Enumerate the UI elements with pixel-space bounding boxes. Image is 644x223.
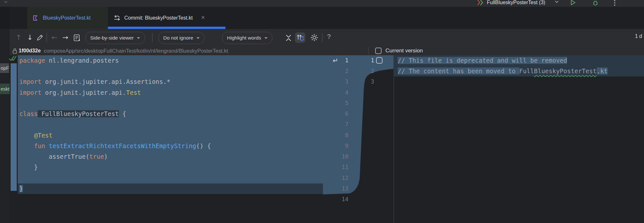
code-token: @Test — [19, 132, 52, 139]
sync-scroll-toggle[interactable] — [295, 32, 305, 43]
code-token: import — [19, 89, 42, 96]
chevron-down-icon[interactable] — [554, 0, 559, 4]
toolbar-separator — [46, 33, 47, 42]
code-token: org.junit.jupiter.api.Assertions.* — [42, 78, 170, 85]
line-number: 13 — [321, 183, 348, 194]
ide-window: FullBlueskyPosterTest (3) opF eskt — [0, 0, 644, 223]
revision-hash: 1f00d32e — [19, 48, 41, 54]
close-icon[interactable]: × — [201, 14, 205, 21]
diff-icon — [113, 14, 121, 22]
code-line — [18, 119, 323, 130]
change-marker-strip[interactable] — [11, 63, 17, 191]
file-path: composeApp/src/desktopFullChainTest/kotl… — [44, 48, 228, 54]
line-number: 7 — [321, 119, 348, 130]
code-line: assertTrue(true) — [18, 151, 323, 162]
run-button[interactable] — [569, 0, 576, 6]
whitespace-ignore-label: Do not ignore — [163, 35, 193, 41]
viewer-mode-label: Side-by-side viewer — [90, 35, 134, 41]
tab-file[interactable]: BlueskyPosterTest.kt — [27, 7, 108, 29]
previous-change-icon[interactable]: ↑ — [14, 33, 23, 42]
line-number: 4 — [321, 87, 348, 98]
next-change-icon[interactable]: ↓ — [26, 33, 34, 42]
code-token: } — [19, 164, 38, 171]
current-version-label: Current version — [385, 48, 423, 54]
code-line: package nl.lengrand.posters — [18, 55, 323, 66]
back-icon[interactable]: ← — [50, 33, 59, 42]
line-number: 11 — [321, 162, 348, 173]
code-line: } — [18, 183, 323, 194]
collapse-unchanged-icon[interactable] — [284, 33, 293, 43]
clipped-tab-fragment: opF — [0, 63, 9, 73]
code-token: true — [89, 153, 104, 160]
edit-source-icon[interactable] — [36, 34, 44, 41]
code-token: BlueskyPosterTest — [534, 67, 596, 75]
diff-view-mode-icon[interactable] — [73, 34, 81, 42]
clipped-tab-fragment: eskt — [0, 84, 10, 94]
highlight-mode-label: Highlight words — [227, 35, 261, 41]
line-number: 1 — [365, 55, 374, 66]
code-token: nl.lengrand.posters — [45, 57, 119, 64]
line-number: 2 — [321, 66, 348, 76]
code-token: .kt — [597, 67, 608, 75]
line-number: 3 — [321, 76, 348, 87]
code-line — [18, 98, 323, 109]
code-token: class — [19, 110, 38, 117]
header-divider — [368, 47, 369, 54]
line-number: 9 — [321, 141, 348, 151]
help-icon[interactable]: ? — [327, 33, 331, 40]
viewer-mode-select[interactable]: Side-by-side viewer — [85, 32, 145, 44]
chevron-down-icon — [137, 37, 140, 39]
code-token: () { — [196, 142, 211, 149]
left-code-pane[interactable]: package nl.lengrand.postersimport org.ju… — [18, 55, 323, 194]
current-version-checkbox[interactable] — [375, 48, 382, 54]
code-line: @Test — [18, 130, 323, 141]
code-line: fun testExtractRichtextFacetsWithEmptySt… — [18, 141, 323, 151]
debug-button[interactable] — [592, 0, 599, 6]
forward-icon[interactable]: → — [61, 33, 70, 42]
change-navigation-icon[interactable] — [332, 58, 338, 64]
lock-icon — [12, 48, 17, 54]
line-number: 3 — [365, 76, 374, 87]
highlight-mode-select[interactable]: Highlight words — [222, 32, 272, 44]
right-code-pane[interactable]: // This file is deprecated and will be r… — [394, 55, 644, 194]
code-token: Test — [126, 89, 141, 96]
chevron-icon — [4, 0, 8, 4]
whitespace-ignore-select[interactable]: Do not ignore — [158, 32, 204, 44]
gear-icon[interactable] — [310, 33, 319, 42]
code-token: ) — [104, 153, 108, 160]
toolbar-separator — [322, 33, 323, 42]
code-line — [18, 173, 323, 183]
active-tab-indicator — [108, 27, 225, 29]
tab-commit-label: Commit: BlueskyPosterTest.kt — [124, 15, 193, 21]
chevron-down-icon — [264, 37, 268, 39]
code-token: package — [19, 57, 45, 64]
left-line-numbers: 1234567891011121314 — [321, 55, 348, 205]
main-toolbar: FullBlueskyPosterTest (3) — [0, 0, 644, 7]
line-number: 6 — [321, 109, 348, 119]
code-line: } — [18, 162, 323, 173]
code-token: Full — [519, 67, 534, 75]
tab-commit-diff[interactable]: Commit: BlueskyPosterTest.kt × — [108, 7, 225, 29]
difference-count-label: 1 d — [635, 33, 644, 39]
test-run-icon — [477, 0, 484, 5]
code-line: class FullBlueskyPosterTest { — [18, 109, 323, 119]
run-configuration-select[interactable]: FullBlueskyPosterTest (3) — [487, 0, 545, 6]
code-token: assertTrue( — [19, 153, 89, 160]
code-token: // This file is deprecated and will be r… — [398, 57, 567, 64]
chevron-down-icon — [196, 37, 200, 39]
kotlin-file-icon — [32, 15, 39, 21]
code-token: org.junit.jupiter.api. — [42, 89, 126, 96]
checks-passed-icon — [8, 55, 17, 63]
code-line — [18, 66, 323, 76]
pane-divider — [393, 55, 394, 223]
code-token: { — [119, 110, 126, 117]
code-token: FullBlueskyPosterTest — [38, 110, 119, 117]
more-menu-icon[interactable] — [614, 0, 616, 6]
code-line: // The content has been moved to FullBlu… — [394, 66, 644, 76]
right-line-numbers: 123 — [365, 55, 374, 87]
line-number: 12 — [321, 173, 348, 183]
include-lines-checkbox[interactable] — [376, 57, 383, 64]
code-token: testExtractRichtextFacetsWithEmptyString — [45, 142, 196, 149]
code-token: import — [19, 78, 42, 85]
tab-file-label: BlueskyPosterTest.kt — [43, 15, 91, 21]
